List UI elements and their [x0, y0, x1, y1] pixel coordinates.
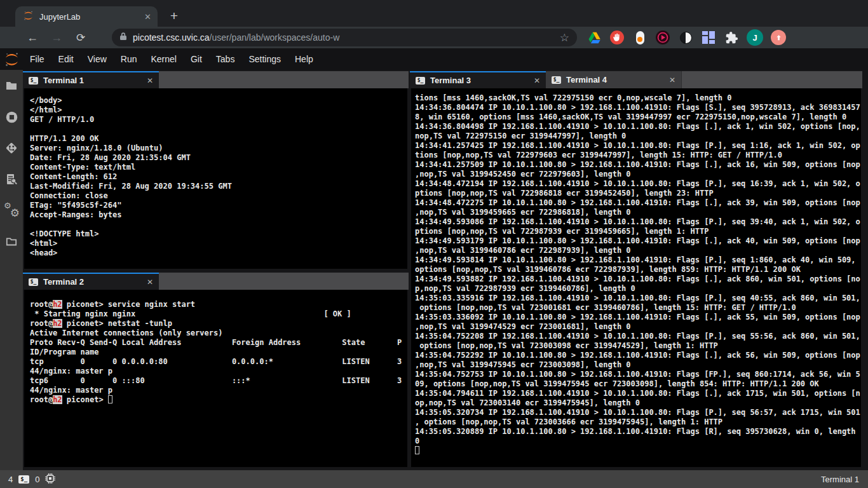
running-sessions-icon[interactable]: [4, 110, 18, 124]
kernel-chip-icon: [45, 473, 55, 485]
current-activity-label: Terminal 1: [821, 475, 859, 484]
extensions-puzzle-icon[interactable]: [724, 30, 739, 45]
tab-close-icon[interactable]: ✕: [144, 12, 151, 22]
reload-icon[interactable]: ⟳: [71, 31, 90, 44]
terminal-icon: $_: [29, 77, 38, 85]
close-icon[interactable]: ✕: [669, 76, 675, 85]
menu-kernel[interactable]: Kernel: [144, 54, 183, 64]
menu-git[interactable]: Git: [184, 54, 209, 64]
lock-icon: [119, 32, 127, 43]
menubar-items: FileEditViewRunKernelGitTabsSettingsHelp: [23, 53, 320, 65]
dark-reader-icon[interactable]: [678, 30, 693, 45]
bookmark-star-icon[interactable]: ☆: [560, 31, 569, 44]
tab-label-terminal-2: Terminal 2: [43, 277, 84, 287]
left-sidebar: ⚙⚙: [0, 70, 23, 470]
tab-label-terminal-4: Terminal 4: [566, 75, 607, 85]
browser-tab-strip: JupyterLab ✕ +: [0, 0, 868, 27]
terminals-count: 4: [8, 475, 13, 484]
status-bar: 4 $_ 0 Terminal 1: [0, 470, 868, 488]
play-circle-icon[interactable]: [655, 30, 670, 45]
terminal-3-4-tabbar: $_ Terminal 3 ✕ $_ Terminal 4 ✕: [410, 71, 862, 88]
menu-view[interactable]: View: [81, 54, 114, 64]
back-icon[interactable]: ←: [23, 31, 42, 44]
kernels-count: 0: [35, 475, 39, 484]
browser-tab-jupyterlab[interactable]: JupyterLab ✕: [15, 6, 158, 27]
tab-terminal-3[interactable]: $_ Terminal 3 ✕: [410, 71, 546, 88]
menu-help[interactable]: Help: [288, 54, 320, 64]
terminal-2-panel: $_ Terminal 2 ✕ root@h2 piconet> service…: [23, 273, 409, 468]
menu-file[interactable]: File: [23, 54, 51, 64]
terminal-3-panel: $_ Terminal 3 ✕ $_ Terminal 4 ✕ tions [m…: [410, 71, 862, 468]
tab-terminal-2[interactable]: $_ Terminal 2 ✕: [23, 273, 159, 290]
terminal-icon: $_: [18, 475, 29, 484]
running-sessions-status[interactable]: 4 $_ 0: [8, 473, 55, 485]
jupyterlab-menubar: FileEditViewRunKernelGitTabsSettingsHelp: [0, 48, 868, 70]
file-browser-icon[interactable]: [4, 79, 18, 93]
jupyter-logo-icon: [0, 51, 23, 67]
egg-timer-icon[interactable]: [632, 30, 648, 45]
tab-terminal-1[interactable]: $_ Terminal 1 ✕: [23, 71, 159, 88]
extension-manager-icon[interactable]: ⚙⚙: [4, 203, 18, 217]
tab-terminal-4[interactable]: $_ Terminal 4 ✕: [546, 71, 682, 88]
terminal-1-output[interactable]: </body></html>GET / HTTP/1.0HTTP/1.1 200…: [24, 88, 407, 269]
close-icon[interactable]: ✕: [147, 278, 153, 287]
address-bar[interactable]: picotest.csc.uvic.ca/user/pan/lab/worksp…: [112, 29, 577, 46]
tab-label-terminal-1: Terminal 1: [43, 76, 84, 85]
profile-avatar[interactable]: J: [747, 29, 763, 46]
terminal-3-output[interactable]: tions [mss 1460,sackOK,TS val 722975150 …: [411, 88, 861, 467]
tab-label-terminal-3: Terminal 3: [430, 76, 471, 85]
url-domain: picotest.csc.uvic.ca: [133, 32, 210, 43]
menu-edit[interactable]: Edit: [51, 54, 81, 64]
terminal-1-tabbar: $_ Terminal 1 ✕: [23, 71, 409, 88]
adblock-icon[interactable]: [609, 30, 625, 45]
url-path: /user/pan/lab/workspaces/auto-w: [210, 32, 340, 43]
close-icon[interactable]: ✕: [147, 76, 153, 85]
browser-update-icon[interactable]: [771, 30, 786, 45]
menu-tabs[interactable]: Tabs: [209, 54, 242, 64]
new-tab-icon[interactable]: +: [165, 7, 183, 25]
browser-toolbar: ← → ⟳ picotest.csc.uvic.ca/user/pan/lab/…: [0, 27, 868, 48]
inspector-icon[interactable]: [4, 172, 18, 186]
forward-icon: →: [47, 31, 66, 44]
terminal-icon: $_: [29, 278, 38, 286]
extension-icons: J: [587, 29, 786, 46]
jupyter-favicon-icon: [23, 10, 34, 24]
terminal-icon: $_: [416, 77, 425, 85]
menu-run[interactable]: Run: [114, 54, 144, 64]
terminal-2-output[interactable]: root@h2 piconet> service nginx start * S…: [24, 290, 407, 467]
google-drive-icon[interactable]: [587, 30, 602, 45]
open-tabs-icon[interactable]: [4, 234, 18, 248]
close-icon[interactable]: ✕: [534, 76, 540, 85]
terminal-icon: $_: [552, 76, 561, 84]
terminal-1-panel: $_ Terminal 1 ✕ </body></html>GET / HTTP…: [23, 71, 409, 270]
browser-tab-title: JupyterLab: [39, 12, 144, 22]
terminal-2-tabbar: $_ Terminal 2 ✕: [23, 273, 409, 290]
url-text: picotest.csc.uvic.ca/user/pan/lab/worksp…: [133, 32, 339, 43]
grid-dashboard-icon[interactable]: [701, 30, 716, 45]
git-icon[interactable]: [4, 141, 18, 155]
menu-settings[interactable]: Settings: [241, 54, 288, 64]
dock-panel: $_ Terminal 1 ✕ </body></html>GET / HTTP…: [23, 70, 868, 470]
